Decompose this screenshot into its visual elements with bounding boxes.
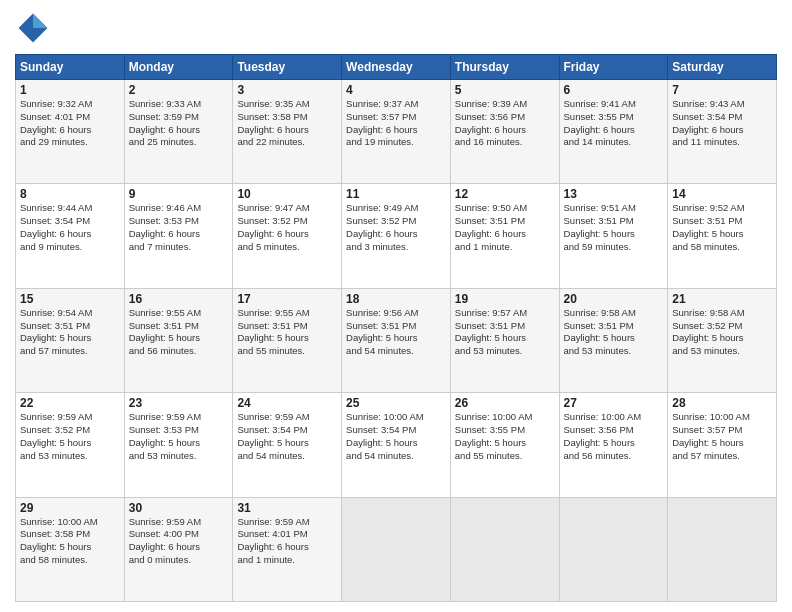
day-info: Sunrise: 9:54 AMSunset: 3:51 PMDaylight:… (20, 307, 120, 358)
day-info: Sunrise: 9:41 AMSunset: 3:55 PMDaylight:… (564, 98, 664, 149)
day-info: Sunrise: 9:58 AMSunset: 3:51 PMDaylight:… (564, 307, 664, 358)
calendar-cell: 16Sunrise: 9:55 AMSunset: 3:51 PMDayligh… (124, 288, 233, 392)
day-number: 20 (564, 292, 664, 306)
calendar-cell: 21Sunrise: 9:58 AMSunset: 3:52 PMDayligh… (668, 288, 777, 392)
day-info: Sunrise: 9:39 AMSunset: 3:56 PMDaylight:… (455, 98, 555, 149)
calendar-cell: 1Sunrise: 9:32 AMSunset: 4:01 PMDaylight… (16, 80, 125, 184)
day-info: Sunrise: 9:46 AMSunset: 3:53 PMDaylight:… (129, 202, 229, 253)
calendar-cell (450, 497, 559, 601)
day-number: 24 (237, 396, 337, 410)
calendar-cell: 28Sunrise: 10:00 AMSunset: 3:57 PMDaylig… (668, 393, 777, 497)
calendar-cell: 24Sunrise: 9:59 AMSunset: 3:54 PMDayligh… (233, 393, 342, 497)
calendar-cell: 27Sunrise: 10:00 AMSunset: 3:56 PMDaylig… (559, 393, 668, 497)
calendar-cell: 26Sunrise: 10:00 AMSunset: 3:55 PMDaylig… (450, 393, 559, 497)
calendar-cell: 8Sunrise: 9:44 AMSunset: 3:54 PMDaylight… (16, 184, 125, 288)
day-info: Sunrise: 9:55 AMSunset: 3:51 PMDaylight:… (237, 307, 337, 358)
day-info: Sunrise: 10:00 AMSunset: 3:55 PMDaylight… (455, 411, 555, 462)
page: SundayMondayTuesdayWednesdayThursdayFrid… (0, 0, 792, 612)
calendar-cell: 4Sunrise: 9:37 AMSunset: 3:57 PMDaylight… (342, 80, 451, 184)
day-number: 9 (129, 187, 229, 201)
calendar-cell: 23Sunrise: 9:59 AMSunset: 3:53 PMDayligh… (124, 393, 233, 497)
day-number: 28 (672, 396, 772, 410)
column-header-tuesday: Tuesday (233, 55, 342, 80)
day-info: Sunrise: 9:50 AMSunset: 3:51 PMDaylight:… (455, 202, 555, 253)
calendar-cell: 25Sunrise: 10:00 AMSunset: 3:54 PMDaylig… (342, 393, 451, 497)
calendar-cell: 5Sunrise: 9:39 AMSunset: 3:56 PMDaylight… (450, 80, 559, 184)
day-number: 5 (455, 83, 555, 97)
day-info: Sunrise: 9:59 AMSunset: 4:01 PMDaylight:… (237, 516, 337, 567)
logo (15, 10, 55, 46)
day-info: Sunrise: 9:51 AMSunset: 3:51 PMDaylight:… (564, 202, 664, 253)
column-header-monday: Monday (124, 55, 233, 80)
day-info: Sunrise: 10:00 AMSunset: 3:54 PMDaylight… (346, 411, 446, 462)
day-number: 23 (129, 396, 229, 410)
day-info: Sunrise: 9:43 AMSunset: 3:54 PMDaylight:… (672, 98, 772, 149)
calendar-cell: 3Sunrise: 9:35 AMSunset: 3:58 PMDaylight… (233, 80, 342, 184)
day-number: 26 (455, 396, 555, 410)
day-info: Sunrise: 9:47 AMSunset: 3:52 PMDaylight:… (237, 202, 337, 253)
calendar-header-row: SundayMondayTuesdayWednesdayThursdayFrid… (16, 55, 777, 80)
calendar-cell (559, 497, 668, 601)
day-number: 3 (237, 83, 337, 97)
day-number: 27 (564, 396, 664, 410)
day-info: Sunrise: 9:57 AMSunset: 3:51 PMDaylight:… (455, 307, 555, 358)
svg-marker-1 (33, 14, 47, 28)
day-number: 14 (672, 187, 772, 201)
day-number: 19 (455, 292, 555, 306)
calendar-cell: 13Sunrise: 9:51 AMSunset: 3:51 PMDayligh… (559, 184, 668, 288)
calendar-cell (668, 497, 777, 601)
day-info: Sunrise: 9:59 AMSunset: 3:52 PMDaylight:… (20, 411, 120, 462)
day-info: Sunrise: 9:32 AMSunset: 4:01 PMDaylight:… (20, 98, 120, 149)
day-info: Sunrise: 9:59 AMSunset: 3:53 PMDaylight:… (129, 411, 229, 462)
day-number: 15 (20, 292, 120, 306)
calendar-week-row: 1Sunrise: 9:32 AMSunset: 4:01 PMDaylight… (16, 80, 777, 184)
calendar-cell: 22Sunrise: 9:59 AMSunset: 3:52 PMDayligh… (16, 393, 125, 497)
calendar-cell: 29Sunrise: 10:00 AMSunset: 3:58 PMDaylig… (16, 497, 125, 601)
day-number: 22 (20, 396, 120, 410)
day-info: Sunrise: 9:56 AMSunset: 3:51 PMDaylight:… (346, 307, 446, 358)
day-number: 8 (20, 187, 120, 201)
calendar-table: SundayMondayTuesdayWednesdayThursdayFrid… (15, 54, 777, 602)
calendar-week-row: 22Sunrise: 9:59 AMSunset: 3:52 PMDayligh… (16, 393, 777, 497)
day-number: 10 (237, 187, 337, 201)
calendar-cell: 17Sunrise: 9:55 AMSunset: 3:51 PMDayligh… (233, 288, 342, 392)
day-number: 31 (237, 501, 337, 515)
column-header-wednesday: Wednesday (342, 55, 451, 80)
day-info: Sunrise: 9:44 AMSunset: 3:54 PMDaylight:… (20, 202, 120, 253)
day-number: 13 (564, 187, 664, 201)
calendar-cell: 6Sunrise: 9:41 AMSunset: 3:55 PMDaylight… (559, 80, 668, 184)
column-header-thursday: Thursday (450, 55, 559, 80)
day-number: 4 (346, 83, 446, 97)
day-info: Sunrise: 9:35 AMSunset: 3:58 PMDaylight:… (237, 98, 337, 149)
calendar-cell: 2Sunrise: 9:33 AMSunset: 3:59 PMDaylight… (124, 80, 233, 184)
day-number: 29 (20, 501, 120, 515)
calendar-cell: 31Sunrise: 9:59 AMSunset: 4:01 PMDayligh… (233, 497, 342, 601)
day-number: 16 (129, 292, 229, 306)
day-info: Sunrise: 9:58 AMSunset: 3:52 PMDaylight:… (672, 307, 772, 358)
day-info: Sunrise: 10:00 AMSunset: 3:58 PMDaylight… (20, 516, 120, 567)
calendar-week-row: 15Sunrise: 9:54 AMSunset: 3:51 PMDayligh… (16, 288, 777, 392)
calendar-cell: 12Sunrise: 9:50 AMSunset: 3:51 PMDayligh… (450, 184, 559, 288)
calendar-cell: 30Sunrise: 9:59 AMSunset: 4:00 PMDayligh… (124, 497, 233, 601)
day-number: 21 (672, 292, 772, 306)
day-number: 30 (129, 501, 229, 515)
day-number: 11 (346, 187, 446, 201)
day-info: Sunrise: 9:33 AMSunset: 3:59 PMDaylight:… (129, 98, 229, 149)
calendar-cell: 20Sunrise: 9:58 AMSunset: 3:51 PMDayligh… (559, 288, 668, 392)
day-number: 12 (455, 187, 555, 201)
calendar-week-row: 8Sunrise: 9:44 AMSunset: 3:54 PMDaylight… (16, 184, 777, 288)
day-info: Sunrise: 9:52 AMSunset: 3:51 PMDaylight:… (672, 202, 772, 253)
calendar-cell: 15Sunrise: 9:54 AMSunset: 3:51 PMDayligh… (16, 288, 125, 392)
calendar-cell: 14Sunrise: 9:52 AMSunset: 3:51 PMDayligh… (668, 184, 777, 288)
calendar-week-row: 29Sunrise: 10:00 AMSunset: 3:58 PMDaylig… (16, 497, 777, 601)
day-info: Sunrise: 9:59 AMSunset: 3:54 PMDaylight:… (237, 411, 337, 462)
day-number: 6 (564, 83, 664, 97)
day-info: Sunrise: 9:37 AMSunset: 3:57 PMDaylight:… (346, 98, 446, 149)
logo-icon (15, 10, 51, 46)
day-number: 18 (346, 292, 446, 306)
day-info: Sunrise: 9:59 AMSunset: 4:00 PMDaylight:… (129, 516, 229, 567)
day-number: 1 (20, 83, 120, 97)
day-number: 7 (672, 83, 772, 97)
calendar-cell: 10Sunrise: 9:47 AMSunset: 3:52 PMDayligh… (233, 184, 342, 288)
calendar-cell: 11Sunrise: 9:49 AMSunset: 3:52 PMDayligh… (342, 184, 451, 288)
